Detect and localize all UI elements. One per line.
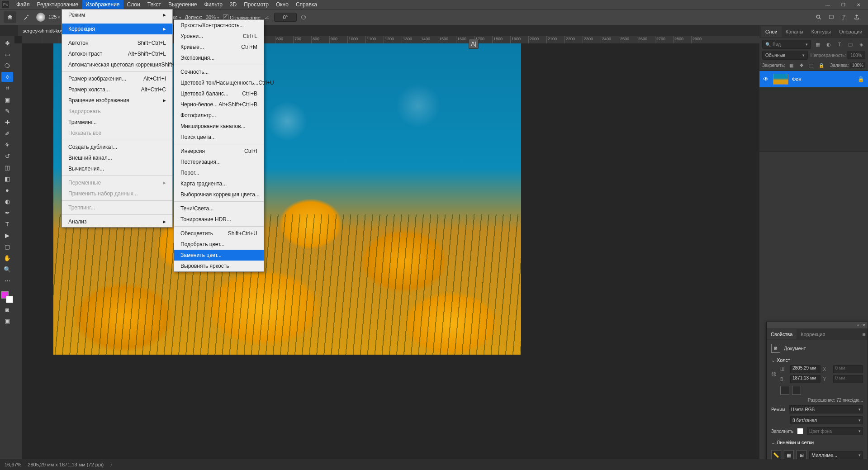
- tab-adjustments[interactable]: Коррекция: [797, 329, 829, 339]
- type-tool[interactable]: T: [1, 219, 13, 229]
- workspace-icon[interactable]: [840, 13, 848, 21]
- hand-tool[interactable]: ✋: [1, 253, 13, 263]
- menuitem[interactable]: АвтотонShift+Ctrl+L: [62, 38, 172, 48]
- menuitem[interactable]: Черно-белое...Alt+Shift+Ctrl+B: [174, 99, 264, 110]
- filter-shape-icon[interactable]: ▢: [846, 40, 854, 48]
- menuitem[interactable]: Тонирование HDR...: [174, 214, 264, 225]
- move-tool[interactable]: ✥: [1, 38, 13, 48]
- fill-color-select[interactable]: Цвет фона▾: [807, 427, 863, 435]
- menuitem[interactable]: Сочность...: [174, 66, 264, 77]
- menuitem[interactable]: Фотофильтр...: [174, 110, 264, 121]
- ruler-units-select[interactable]: Миллиме...▾: [809, 451, 863, 459]
- menuitem[interactable]: ОбесцветитьShift+Ctrl+U: [174, 228, 264, 239]
- marquee-tool[interactable]: ▭: [1, 49, 13, 59]
- frame-tool[interactable]: ▣: [1, 95, 13, 104]
- panel-tab-1[interactable]: Каналы: [782, 26, 807, 37]
- shape-tool[interactable]: ▢: [1, 242, 13, 252]
- blend-mode-select[interactable]: Обычные▾: [762, 51, 808, 60]
- lock-all-icon[interactable]: 🔒: [818, 62, 825, 69]
- menuitem[interactable]: Заменить цвет...: [174, 250, 264, 261]
- panel-close-icon[interactable]: ✕: [862, 323, 866, 328]
- menuitem[interactable]: Выборочная коррекция цвета...: [174, 189, 264, 200]
- menuitem[interactable]: ИнверсияCtrl+I: [174, 146, 264, 157]
- gradient-tool[interactable]: ◧: [1, 174, 13, 184]
- height-input[interactable]: 1871,13 мм: [790, 375, 821, 383]
- panel-collapse-icon[interactable]: «: [857, 323, 859, 328]
- blur-tool[interactable]: ●: [1, 185, 13, 195]
- layer-name[interactable]: Фон: [792, 76, 854, 82]
- menu-текст[interactable]: Текст: [144, 0, 165, 9]
- y-input[interactable]: 0 мм: [833, 375, 863, 383]
- path-select-tool[interactable]: ▶: [1, 230, 13, 240]
- panel-menu-icon[interactable]: ≡: [860, 329, 868, 339]
- dodge-tool[interactable]: ◐: [1, 196, 13, 206]
- menuitem[interactable]: АвтоконтрастAlt+Shift+Ctrl+L: [62, 48, 172, 59]
- crop-tool[interactable]: ⌗: [1, 83, 13, 93]
- link-icon[interactable]: ⛓: [771, 371, 778, 377]
- menuitem[interactable]: Поиск цвета...: [174, 132, 264, 142]
- panel-tab-4[interactable]: История: [866, 26, 868, 37]
- menuitem[interactable]: Постеризация...: [174, 157, 264, 167]
- tab-properties[interactable]: Свойства: [767, 329, 797, 339]
- current-tool-icon[interactable]: [20, 11, 33, 23]
- visibility-icon[interactable]: 👁: [763, 76, 769, 82]
- pressure-icon[interactable]: [300, 14, 307, 20]
- guides-section-header[interactable]: Линейки и сетки: [771, 438, 863, 447]
- pen-tool[interactable]: ✒: [1, 208, 13, 218]
- menuitem[interactable]: Создать дубликат...: [62, 142, 172, 152]
- panel-tab-3[interactable]: Операции: [835, 26, 866, 37]
- menu-просмотр[interactable]: Просмотр: [240, 0, 272, 9]
- home-button[interactable]: [4, 11, 16, 23]
- layer-thumbnail[interactable]: [773, 74, 788, 85]
- layer-row[interactable]: 👁 Фон 🔒: [759, 71, 868, 87]
- eyedropper-tool[interactable]: ✎: [1, 106, 13, 116]
- stamp-tool[interactable]: ⚘: [1, 140, 13, 150]
- menuitem[interactable]: Внешний канал...: [62, 152, 172, 163]
- menuitem[interactable]: Микширование каналов...: [174, 121, 264, 132]
- screen-mode-icon[interactable]: [827, 13, 835, 21]
- maximize-button[interactable]: ❐: [835, 0, 851, 9]
- color-swatches[interactable]: [1, 291, 13, 303]
- menuitem[interactable]: Цветовой тон/Насыщенность...Ctrl+U: [174, 77, 264, 88]
- brush-size-value[interactable]: 125: [48, 14, 57, 19]
- menuitem[interactable]: Коррекция▶: [62, 24, 172, 34]
- menu-изображение[interactable]: Изображение: [82, 0, 123, 9]
- canvas-section-header[interactable]: Холст: [771, 356, 863, 365]
- menuitem[interactable]: Карта градиента...: [174, 178, 264, 189]
- menuitem[interactable]: Вращение изображения▶: [62, 95, 172, 106]
- opacity-value[interactable]: 100%: [847, 51, 865, 59]
- share-icon[interactable]: [853, 13, 861, 21]
- screenmode-toggle[interactable]: ▣: [1, 316, 13, 326]
- zoom-tool[interactable]: 🔍: [1, 264, 13, 274]
- menu-слои[interactable]: Слои: [123, 0, 144, 9]
- grid-toggle[interactable]: ▦: [784, 450, 794, 460]
- menuitem[interactable]: Экспозиция...: [174, 52, 264, 63]
- menu-выделение[interactable]: Выделение: [165, 0, 201, 9]
- menuitem[interactable]: Яркость/Контрастность...: [174, 20, 264, 31]
- menuitem[interactable]: Выровнять яркость: [174, 261, 264, 271]
- eraser-tool[interactable]: ◫: [1, 162, 13, 172]
- panel-tab-0[interactable]: Слои: [761, 26, 782, 37]
- lock-position-icon[interactable]: ✥: [798, 62, 805, 69]
- minimize-button[interactable]: —: [820, 0, 835, 9]
- menuitem[interactable]: Цветовой баланс...Ctrl+B: [174, 88, 264, 99]
- menuitem[interactable]: Кривые...Ctrl+M: [174, 42, 264, 52]
- bit-depth-select[interactable]: 8 бит/канал▾: [790, 416, 863, 424]
- menuitem[interactable]: Режим▶: [62, 9, 172, 20]
- menu-фильтр[interactable]: Фильтр: [201, 0, 226, 9]
- edit-toolbar[interactable]: ⋯: [1, 275, 13, 285]
- quickmask-toggle[interactable]: ◙: [1, 304, 13, 314]
- color-mode-select[interactable]: Цвета RGB▾: [789, 405, 863, 413]
- menuitem[interactable]: Уровни...Ctrl+L: [174, 31, 264, 42]
- filter-type-icon[interactable]: T: [835, 40, 844, 48]
- menuitem[interactable]: Размер холста...Alt+Ctrl+C: [62, 84, 172, 95]
- menu-окно[interactable]: Окно: [272, 0, 292, 9]
- history-brush-tool[interactable]: ↺: [1, 151, 13, 161]
- rulers-toggle[interactable]: 📏: [771, 450, 781, 460]
- fill-color-swatch[interactable]: [797, 428, 803, 434]
- orient-landscape-button[interactable]: [792, 386, 801, 395]
- width-input[interactable]: 2805,29 мм: [790, 365, 821, 373]
- filter-smart-icon[interactable]: ◈: [857, 40, 865, 48]
- status-chevron-icon[interactable]: 〉: [110, 461, 115, 468]
- menuitem[interactable]: Подобрать цвет...: [174, 239, 264, 250]
